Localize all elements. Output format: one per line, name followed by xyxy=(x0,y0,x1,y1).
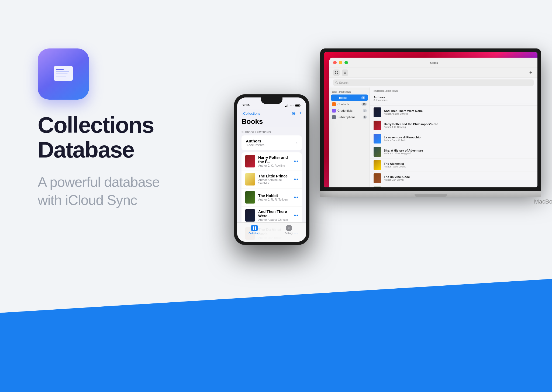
ios-book-info: The Little Prince Author Antoine de Sain… xyxy=(258,174,290,185)
mac-book-item-alchemist[interactable]: The Alchemist Author Paulo Coelho xyxy=(370,159,537,172)
ios-tab-collections[interactable]: Collections xyxy=(237,225,272,234)
ios-plus-button[interactable]: + xyxy=(299,110,302,116)
ios-more-button[interactable]: ••• xyxy=(294,195,298,200)
toolbar-collections-btn[interactable] xyxy=(333,69,340,76)
mac-book-title: Harry Potter and the Philosopher's Sto..… xyxy=(384,122,534,126)
mac-titlebar: Books xyxy=(329,58,537,68)
macbook-label: MacBo... xyxy=(534,198,552,205)
sidebar-item-contacts[interactable]: Contacts 15 xyxy=(329,101,370,107)
iphone-screen: 9:34 xyxy=(237,97,306,242)
mac-book-info: She: A History of Adventure Author H. Ri… xyxy=(384,149,534,155)
svg-rect-8 xyxy=(337,73,338,74)
mac-book-info: And Then There Were None Author Agatha C… xyxy=(384,109,534,115)
mac-book-info: The Da Vinci Code Author Dan Brown xyxy=(384,175,534,181)
sidebar-credentials-count: 3 xyxy=(363,109,367,112)
app-subtitle: A powerful database with iCloud Sync xyxy=(38,173,221,209)
subcollection-desc: 8 documents xyxy=(374,99,534,102)
ios-subcollection-desc: 8 documents xyxy=(246,143,296,147)
ios-book-thumb-hp xyxy=(245,155,255,167)
svg-rect-19 xyxy=(295,105,299,107)
folder-purple-icon xyxy=(332,109,336,113)
svg-line-12 xyxy=(337,83,338,84)
ios-book-info: Harry Potter and the P... Author J. K. R… xyxy=(258,155,290,167)
mac-book-item-and-then[interactable]: And Then There Were None Author Agatha C… xyxy=(370,106,537,119)
ios-more-button[interactable]: ••• xyxy=(294,213,298,218)
ios-subcollection-info: Authors 8 documents xyxy=(246,139,296,147)
svg-rect-1 xyxy=(56,69,64,70)
svg-rect-3 xyxy=(56,74,68,74)
ios-book-item-and-then[interactable]: And Then There Were... Author Agatha Chr… xyxy=(242,206,302,225)
book-thumb-hobbit xyxy=(374,187,381,187)
mac-book-author: Author Paulo Coelho xyxy=(384,165,534,168)
svg-rect-13 xyxy=(285,106,286,107)
ios-add-circle-button[interactable]: ⊕ xyxy=(292,110,296,116)
sidebar-contacts-count: 15 xyxy=(361,103,367,106)
macbook-notch xyxy=(415,194,447,197)
ios-nav-row: ‹ Collections ⊕ + xyxy=(242,110,302,116)
ios-book-title: The Little Prince xyxy=(258,174,290,178)
mac-book-item-adventure[interactable]: She: A History of Adventure Author H. Ri… xyxy=(370,145,537,159)
ios-author-value: J. R. R. Tolkien xyxy=(268,198,288,201)
mac-toolbar: + xyxy=(329,68,537,78)
mac-book-info: The Alchemist Author Paulo Coelho xyxy=(384,162,534,168)
mac-book-author: Author Dan Brown xyxy=(384,178,534,181)
svg-rect-22 xyxy=(253,228,254,230)
mac-book-author: Author Agatha Christie xyxy=(384,113,534,115)
ios-author-label: Author J. K. Rowling xyxy=(258,164,290,167)
ios-tabbar: Collections Settings xyxy=(237,222,306,242)
ios-nav-actions: ⊕ + xyxy=(292,110,302,116)
mac-book-item-davinci[interactable]: The Da Vinci Code Author Dan Brown xyxy=(370,172,537,185)
svg-rect-0 xyxy=(54,66,73,81)
macbook: Books + Searc xyxy=(320,48,552,197)
ios-author-label: Author Agatha Christie xyxy=(258,218,290,221)
window-title: Books xyxy=(334,61,534,64)
ios-book-thumb-hobbit xyxy=(245,191,255,204)
ios-book-thumb-lp xyxy=(245,173,255,186)
ios-author-value: J. K. Rowling xyxy=(268,164,285,167)
svg-rect-14 xyxy=(286,106,287,107)
ios-more-button[interactable]: ••• xyxy=(294,177,298,182)
search-placeholder: Search xyxy=(339,81,349,84)
sidebar-item-books[interactable]: Books 8 xyxy=(331,94,368,101)
svg-rect-16 xyxy=(288,104,288,107)
svg-rect-18 xyxy=(300,105,301,106)
mac-book-item-hobbit[interactable]: The Hobbit Author J. R. R. Tolkien xyxy=(370,185,537,187)
ios-author-value: Agatha Christie xyxy=(268,218,288,221)
ios-book-info: The Hobbit Author J. R. R. Tolkien xyxy=(258,194,290,201)
toolbar-settings-btn[interactable] xyxy=(342,69,348,76)
mac-book-item-hp[interactable]: Harry Potter and the Philosopher's Sto..… xyxy=(370,119,537,132)
mac-book-info: Le avventure di Pinocchio Author Carlo C… xyxy=(384,136,534,142)
mac-subcollection-authors[interactable]: Authors 8 documents xyxy=(374,94,534,103)
svg-rect-21 xyxy=(255,226,256,228)
mac-book-title: She: A History of Adventure xyxy=(384,149,534,152)
ios-book-title: And Then There Were... xyxy=(258,209,290,218)
mac-window: Books + Searc xyxy=(329,58,537,187)
book-thumb-davinci xyxy=(374,173,381,183)
sidebar-item-credentials[interactable]: Credentials 3 xyxy=(329,107,370,114)
mac-book-item-pinocchio[interactable]: Le avventure di Pinocchio Author Carlo C… xyxy=(370,132,537,145)
ios-back-button[interactable]: ‹ Collections xyxy=(242,111,260,116)
ios-tab-settings[interactable]: Settings xyxy=(272,225,306,234)
mac-search-bar[interactable]: Search xyxy=(333,79,534,86)
mac-content-area: Collections Books 8 Contacts 15 xyxy=(329,88,537,187)
ios-page-title: Books xyxy=(242,118,302,125)
ios-book-item-hp[interactable]: Harry Potter and the P... Author J. K. R… xyxy=(242,152,302,170)
book-thumb-alchemist xyxy=(374,160,381,170)
sidebar-credentials-label: Credentials xyxy=(337,109,353,112)
ios-more-button[interactable]: ••• xyxy=(294,159,298,164)
folder-orange-icon xyxy=(332,102,336,106)
ios-book-info: And Then There Were... Author Agatha Chr… xyxy=(258,209,290,221)
book-thumb-pinocchio xyxy=(374,134,381,144)
svg-rect-4 xyxy=(56,76,66,76)
ios-subcollections-label: SUBCOLLECTIONS xyxy=(237,127,306,135)
ios-subcollection-authors[interactable]: Authors 8 documents › xyxy=(242,135,302,150)
ios-book-item-little-prince[interactable]: The Little Prince Author Antoine de Sain… xyxy=(242,170,302,188)
sidebar-item-subscriptions[interactable]: Subscriptions 8 xyxy=(329,114,370,120)
mac-add-button[interactable]: + xyxy=(528,70,534,76)
chevron-right-icon: › xyxy=(296,141,298,145)
mac-book-author: Author J. K. Rowling xyxy=(384,126,534,128)
ios-book-item-hobbit[interactable]: The Hobbit Author J. R. R. Tolkien ••• xyxy=(242,188,302,206)
ios-book-title: Harry Potter and the P... xyxy=(258,155,290,164)
ios-book-thumb-and-then xyxy=(245,209,255,222)
mac-book-author: Author H. Rider Haggard xyxy=(384,152,534,155)
